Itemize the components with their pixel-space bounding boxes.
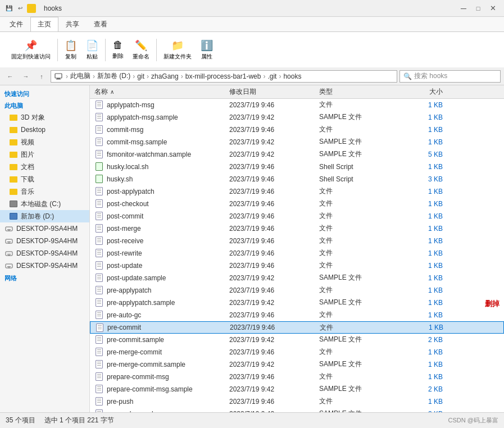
tab-share[interactable]: 共享: [58, 17, 87, 31]
table-row[interactable]: post-applypatch2023/7/19 9:46文件1 KB: [90, 185, 504, 198]
search-icon: 🔍: [403, 72, 412, 80]
table-row[interactable]: applypatch-msg2023/7/19 9:46文件1 KB: [90, 99, 504, 111]
forward-button[interactable]: →: [19, 70, 33, 83]
sidebar-item-network1[interactable]: DESKTOP-9SA4HM: [0, 222, 89, 235]
copy-button[interactable]: 📋 复制: [62, 37, 79, 63]
file-date-label: 2023/7/19 9:46: [229, 200, 319, 208]
sidebar-item-desktop[interactable]: Desktop: [0, 124, 89, 136]
col-size-header[interactable]: 大小: [398, 87, 443, 97]
table-row[interactable]: pre-auto-gc2023/7/19 9:46文件1 KB: [90, 309, 504, 321]
path-segment-hooks[interactable]: hooks: [283, 72, 301, 80]
tab-view[interactable]: 查看: [87, 17, 115, 31]
file-rows-container: applypatch-msg2023/7/19 9:46文件1 KBapplyp…: [90, 99, 504, 412]
sidebar-item-downloads[interactable]: 下载: [0, 173, 89, 185]
shell-script-icon: [94, 162, 103, 171]
properties-button[interactable]: ℹ️ 属性: [198, 37, 215, 63]
sidebar-item-network3[interactable]: DESKTOP-9SA4HM: [0, 247, 89, 259]
file-type-label: SAMPLE 文件: [319, 298, 398, 307]
paste-button[interactable]: 📄 粘贴: [84, 37, 101, 63]
title-bar-title: hooks: [44, 4, 62, 12]
table-row[interactable]: commit-msg.sample2023/7/19 9:42SAMPLE 文件…: [90, 136, 504, 148]
sidebar-network[interactable]: 网络: [0, 272, 89, 284]
sidebar-quick-access[interactable]: 快速访问: [0, 88, 89, 99]
table-row[interactable]: post-commit2023/7/19 9:46文件1 KB: [90, 210, 504, 222]
tab-file[interactable]: 文件: [2, 17, 30, 31]
file-type-label: SAMPLE 文件: [319, 149, 398, 159]
table-row[interactable]: pre-merge-commit2023/7/19 9:46文件1 KB: [90, 346, 504, 358]
table-row[interactable]: pre-applypatch2023/7/19 9:46文件1 KB: [90, 284, 504, 297]
sidebar-item-disk-c[interactable]: 本地磁盘 (C:): [0, 198, 89, 210]
table-row[interactable]: post-update.sample2023/7/19 9:42SAMPLE 文…: [90, 272, 504, 284]
close-button[interactable]: ✕: [486, 2, 500, 15]
path-segment-git[interactable]: git: [137, 72, 144, 80]
sidebar-item-video[interactable]: 视频: [0, 136, 89, 148]
table-row[interactable]: pre-merge-commit.sample2023/7/19 9:42SAM…: [90, 358, 504, 371]
file-doc-icon: [94, 199, 103, 208]
delete-button[interactable]: 🗑 删除: [110, 37, 126, 62]
table-row[interactable]: fsmonitor-watchman.sample2023/7/19 9:42S…: [90, 148, 504, 161]
path-segment-drive[interactable]: 新加卷 (D:): [97, 71, 130, 81]
status-credit: CSDN @码上暴富: [448, 416, 498, 425]
table-row[interactable]: post-checkout2023/7/19 9:46文件1 KB: [90, 198, 504, 210]
table-row[interactable]: commit-msg2023/7/19 9:46文件1 KB: [90, 124, 504, 136]
table-row[interactable]: post-rewrite2023/7/19 9:46文件1 KB: [90, 247, 504, 259]
col-type-header[interactable]: 类型: [319, 87, 398, 97]
path-computer[interactable]: [55, 72, 63, 80]
sidebar-item-docs[interactable]: 文档: [0, 161, 89, 173]
folder-pictures-icon: [9, 150, 18, 159]
minimize-button[interactable]: ─: [457, 2, 470, 15]
file-type-label: 文件: [319, 100, 398, 110]
table-row[interactable]: applypatch-msg.sample2023/7/19 9:42SAMPL…: [90, 111, 504, 124]
table-row[interactable]: pre-commit.sample2023/7/19 9:42SAMPLE 文件…: [90, 334, 504, 346]
address-path[interactable]: › 此电脑 › 新加卷 (D:) › git › zhaGang › bx-mi…: [51, 70, 397, 83]
table-row[interactable]: pre-push2023/7/19 9:46文件1 KB: [90, 395, 504, 408]
file-type-label: 文件: [319, 211, 398, 221]
table-row[interactable]: prepare-commit-msg.sample2023/7/19 9:42S…: [90, 383, 504, 395]
table-row[interactable]: post-merge2023/7/19 9:46文件1 KB: [90, 222, 504, 235]
new-folder-button[interactable]: 📁 新建文件夹: [161, 37, 194, 63]
file-name-label: pre-push.sample: [107, 410, 229, 413]
sidebar-this-pc[interactable]: 此电脑: [0, 99, 89, 111]
file-date-label: 2023/7/19 9:42: [229, 410, 319, 413]
col-date-header[interactable]: 修改日期: [229, 87, 319, 97]
path-segment-zhagang[interactable]: zhaGang: [151, 72, 179, 80]
sidebar-item-network2[interactable]: DESKTOP-9SA4HM: [0, 235, 89, 247]
file-rows: applypatch-msg2023/7/19 9:46文件1 KBapplyp…: [90, 99, 504, 412]
pin-button[interactable]: 📌 固定到快速访问: [9, 37, 53, 63]
search-box[interactable]: 🔍 搜索 hooks: [399, 70, 501, 83]
table-row[interactable]: post-receive2023/7/19 9:46文件1 KB: [90, 235, 504, 247]
table-row[interactable]: pre-applypatch.sample2023/7/19 9:42SAMPL…: [90, 297, 504, 309]
ribbon-content: 📌 固定到快速访问 📋 复制 📄 粘贴 🗑 删除 ✏️ 重命名: [0, 31, 504, 67]
file-date-label: 2023/7/19 9:42: [229, 361, 319, 368]
sidebar-item-3d[interactable]: 3D 对象: [0, 111, 89, 124]
col-name-header[interactable]: 名称 ∧: [94, 87, 229, 97]
save-icon[interactable]: 💾: [4, 4, 13, 13]
file-size-label: 1 KB: [398, 398, 443, 406]
sidebar-item-disk-d[interactable]: 新加卷 (D:): [0, 210, 89, 222]
table-row[interactable]: husky.local.sh2023/7/19 9:46Shell Script…: [90, 161, 504, 173]
path-sep-4: ›: [147, 72, 149, 80]
table-row[interactable]: post-update2023/7/19 9:46文件1 KB: [90, 259, 504, 272]
back-button[interactable]: ←: [3, 70, 17, 83]
path-segment-project[interactable]: bx-mill-process-bar1-web: [185, 72, 261, 80]
maximize-button[interactable]: □: [471, 2, 485, 15]
table-row[interactable]: pre-push.sample2023/7/19 9:42SAMPLE 文件2 …: [90, 408, 504, 412]
table-row[interactable]: husky.sh2023/7/19 9:46Shell Script3 KB: [90, 173, 504, 185]
up-button[interactable]: ↑: [35, 70, 48, 83]
status-bar: 35 个项目 选中 1 个项目 221 字节 CSDN @码上暴富: [0, 412, 504, 428]
sidebar-item-music[interactable]: 音乐: [0, 185, 89, 198]
file-doc-icon: [94, 348, 103, 357]
sidebar-item-pictures[interactable]: 图片: [0, 148, 89, 161]
undo-icon[interactable]: ↩: [16, 4, 25, 13]
file-date-label: 2023/7/19 9:46: [229, 286, 319, 294]
path-segment-dotgit[interactable]: .git: [267, 72, 276, 80]
table-row[interactable]: pre-commit2023/7/19 9:46文件1 KB: [90, 321, 504, 334]
file-doc-icon: [94, 150, 103, 159]
path-segment-computer[interactable]: 此电脑: [70, 71, 90, 81]
rename-button[interactable]: ✏️ 重命名: [130, 37, 152, 63]
tab-home[interactable]: 主页: [30, 17, 58, 31]
sidebar-item-network4[interactable]: DESKTOP-9SA4HM: [0, 259, 89, 272]
file-type-label: Shell Script: [319, 163, 398, 171]
table-row[interactable]: prepare-commit-msg2023/7/19 9:46文件1 KB: [90, 371, 504, 383]
file-type-label: 文件: [319, 261, 398, 270]
